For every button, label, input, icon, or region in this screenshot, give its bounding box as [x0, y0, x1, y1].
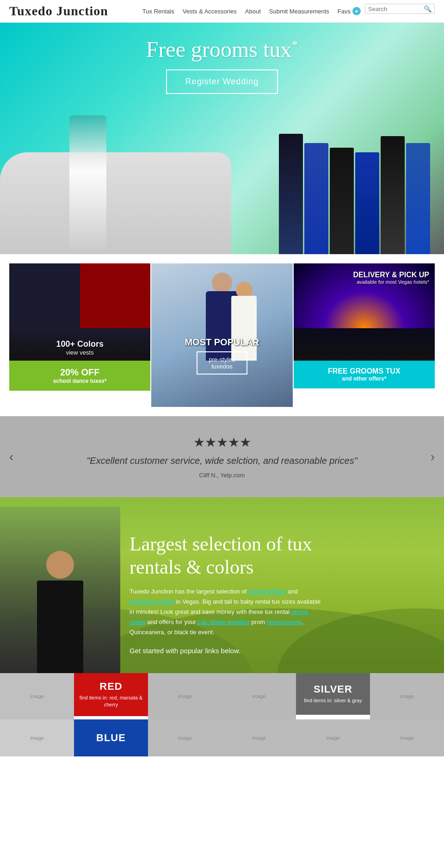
nav-favs[interactable]: Favs ♥: [338, 7, 361, 15]
register-wedding-button[interactable]: Register Wedding: [166, 69, 278, 94]
hero-title: Free grooms tux*: [146, 37, 298, 62]
nav-submit-measurements[interactable]: Submit Measurements: [269, 8, 329, 15]
nav-vests-accessories[interactable]: Vests & Accessories: [183, 8, 237, 15]
color-cell-bot4: image: [222, 719, 296, 756]
review-text: "Excellent customer service, wide selcti…: [28, 456, 416, 466]
hero-person: [330, 148, 354, 254]
pre-styled-button[interactable]: pre-styled tuxedos: [197, 351, 247, 375]
color-image-b3: image: [148, 719, 222, 756]
selection-section: Largest selection of tuxrentals & colors…: [0, 497, 444, 673]
vests-image: [9, 263, 150, 328]
color-cell-blue[interactable]: BLUE: [74, 719, 148, 756]
silver-color-sub: find items in: silver & gray: [304, 697, 362, 704]
nav-tux-rentals[interactable]: Tux Rentals: [142, 8, 174, 15]
silver-label-box: SILVER find items in: silver & gray: [296, 673, 370, 715]
header: Tuxedo Junction Tux Rentals Vests & Acce…: [0, 0, 444, 23]
hero-group: [279, 134, 430, 254]
color-grid-top: image RED find items in: red, marsala & …: [0, 673, 444, 719]
color-cell-silver[interactable]: SILVER find items in: silver & gray: [296, 673, 370, 719]
color-grid-bottom: image BLUE image image image image: [0, 719, 444, 756]
review-stars: ★★★★★: [28, 435, 416, 450]
hero-van: [0, 152, 231, 254]
color-image-1: image: [0, 673, 74, 719]
red-label-box: RED find items in: red, marsala & cherry: [74, 673, 148, 716]
blue-color-name: BLUE: [96, 732, 126, 744]
red-color-name: RED: [99, 681, 122, 693]
hero-couple: [69, 115, 106, 254]
selection-text: Largest selection of tuxrentals & colors…: [9, 532, 435, 655]
hero-person: [304, 143, 328, 254]
vests-sublabel: view vests: [9, 349, 150, 356]
card-popular: MOST POPULAR pre-styled tuxedos: [151, 263, 292, 407]
review-section: ‹ ★★★★★ "Excellent customer service, wid…: [0, 416, 444, 497]
color-image-3: image: [148, 673, 222, 719]
vests-label: 100+ Colors: [9, 339, 150, 349]
delivery-overlay: DELIVERY & PICK UP available for most Ve…: [353, 271, 429, 285]
hero-person: [279, 134, 303, 254]
cards-row: 100+ Colors view vests 20% OFF school da…: [0, 254, 444, 407]
link-las-vegas-wedding[interactable]: Las Vegas wedding: [197, 618, 250, 625]
popular-image: [151, 263, 292, 407]
hero-scene: [0, 97, 444, 254]
color-cell-bot1: image: [0, 719, 74, 756]
color-cell-img4: image: [222, 673, 296, 719]
color-cell-img1: image: [0, 673, 74, 719]
color-cell-bot3: image: [148, 719, 222, 756]
color-image-b6: image: [370, 719, 444, 756]
hero-banner: Free grooms tux* Register Wedding: [0, 23, 444, 254]
color-image-b5: image: [296, 719, 370, 756]
color-image-b4: image: [222, 719, 296, 756]
male-head: [212, 273, 232, 293]
color-cell-bot5: image: [296, 719, 370, 756]
twenty-off-button[interactable]: 20% OFF school dance tuxes*: [9, 361, 150, 391]
color-cell-red[interactable]: RED find items in: red, marsala & cherry: [74, 673, 148, 719]
color-image-b1: image: [0, 719, 74, 756]
color-cell-bot6: image: [370, 719, 444, 756]
link-homecoming[interactable]: homecoming: [267, 618, 301, 625]
card-vests: 100+ Colors view vests 20% OFF school da…: [9, 263, 150, 407]
hero-person: [406, 143, 430, 254]
review-prev-button[interactable]: ‹: [9, 450, 13, 464]
heart-icon: ♥: [352, 7, 361, 15]
silver-color-name: SILVER: [314, 683, 352, 695]
logo: Tuxedo Junction: [9, 4, 108, 19]
color-cell-img5: image: [370, 673, 444, 719]
hero-person: [355, 152, 379, 254]
free-grooms-tux-button[interactable]: FREE GROOMS TUX and other offers*: [294, 361, 435, 388]
selection-desc: Tuxedo Junction has the largest selectio…: [130, 587, 324, 637]
blue-label-box: BLUE: [74, 719, 148, 756]
card-delivery: DELIVERY & PICK UP available for most Ve…: [294, 263, 435, 407]
red-color-sub: find items in: red, marsala & cherry: [78, 694, 144, 709]
favs-label: Favs: [338, 8, 351, 15]
color-image-4: image: [222, 673, 296, 719]
search-input[interactable]: [368, 6, 424, 12]
nav-about[interactable]: About: [245, 8, 261, 15]
hero-person: [381, 136, 405, 254]
popular-overlay: MOST POPULAR pre-styled tuxedos: [151, 337, 292, 375]
review-next-button[interactable]: ›: [431, 450, 435, 464]
review-author: Cliff N., Yelp.com: [28, 472, 416, 479]
search-icon: 🔍: [424, 5, 432, 12]
link-accessory-colors[interactable]: accessory colors: [130, 598, 174, 605]
color-cell-img3: image: [148, 673, 222, 719]
search-box[interactable]: 🔍: [365, 4, 435, 14]
selection-title: Largest selection of tuxrentals & colors: [130, 532, 435, 579]
link-tuxedo-rentals[interactable]: tuxedo rentals: [248, 588, 286, 595]
selection-popular-text: Get started with popular links below.: [130, 647, 435, 655]
nav-links: Tux Rentals Vests & Accessories About Su…: [142, 7, 361, 15]
color-image-5: image: [370, 673, 444, 719]
